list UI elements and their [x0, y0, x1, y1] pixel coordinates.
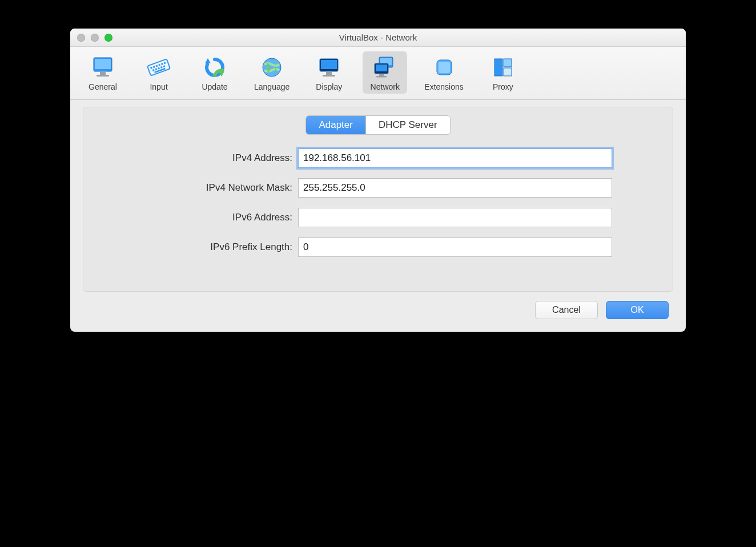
window-controls [70, 34, 112, 42]
svg-rect-3 [96, 75, 109, 77]
tab-dhcp-server[interactable]: DHCP Server [365, 116, 450, 134]
toolbar-label: General [89, 82, 117, 91]
svg-rect-32 [494, 59, 502, 76]
toolbar-label: Network [371, 82, 400, 91]
toolbar-item-extensions[interactable]: Extensions [419, 51, 469, 94]
toolbar-label: Language [254, 82, 289, 91]
ipv6-address-label: IPv6 Address: [144, 212, 292, 223]
toolbar-label: Input [150, 82, 167, 91]
refresh-icon [201, 54, 228, 81]
toolbar-item-language[interactable]: Language [248, 51, 295, 94]
preferences-window: VirtualBox - Network General [70, 29, 686, 332]
toolbar-item-input[interactable]: Input [136, 51, 181, 94]
titlebar: VirtualBox - Network [70, 29, 686, 47]
svg-rect-21 [321, 60, 337, 69]
monitor-icon [89, 54, 116, 81]
window-title: VirtualBox - Network [70, 33, 686, 42]
close-window-button[interactable] [77, 34, 85, 42]
dialog-footer: Cancel OK [83, 292, 673, 319]
keyboard-icon [145, 54, 172, 81]
svg-rect-34 [504, 68, 512, 76]
svg-point-19 [263, 58, 281, 77]
tab-segment: Adapter DHCP Server [96, 115, 660, 135]
svg-rect-33 [504, 59, 512, 67]
ipv6-address-input[interactable] [298, 208, 612, 227]
extensions-icon [431, 54, 458, 81]
svg-rect-23 [323, 75, 335, 77]
toolbar-item-network[interactable]: Network [363, 51, 407, 94]
minimize-window-button[interactable] [91, 34, 99, 42]
ipv4-netmask-input[interactable] [298, 178, 612, 198]
ipv6-prefix-length-input[interactable] [298, 238, 612, 257]
svg-rect-31 [439, 62, 450, 73]
toolbar-label: Display [316, 82, 342, 91]
toolbar-item-update[interactable]: Update [192, 51, 237, 94]
toolbar-item-general[interactable]: General [81, 51, 125, 94]
ok-button[interactable]: OK [606, 301, 669, 319]
ipv4-netmask-label: IPv4 Network Mask: [144, 182, 292, 194]
svg-rect-22 [326, 72, 332, 75]
svg-rect-2 [100, 72, 106, 75]
svg-rect-1 [95, 59, 111, 69]
ipv4-address-input[interactable] [298, 148, 612, 168]
content-area: Adapter DHCP Server IPv4 Address: IPv4 N… [70, 100, 686, 332]
toolbar-item-proxy[interactable]: Proxy [481, 51, 525, 94]
ipv6-prefix-length-label: IPv6 Prefix Length: [144, 242, 292, 253]
toolbar-label: Update [202, 82, 227, 91]
display-icon [315, 54, 343, 81]
ipv4-address-label: IPv4 Address: [144, 152, 292, 164]
network-icon [371, 54, 399, 81]
tab-adapter[interactable]: Adapter [306, 116, 365, 134]
toolbar-label: Extensions [424, 82, 463, 91]
svg-marker-17 [205, 58, 211, 63]
svg-rect-27 [376, 65, 387, 71]
zoom-window-button[interactable] [104, 34, 112, 42]
cancel-button[interactable]: Cancel [535, 301, 598, 319]
preferences-toolbar: General Input [70, 47, 686, 100]
toolbar-item-display[interactable]: Display [307, 51, 351, 94]
svg-rect-29 [376, 76, 387, 78]
globe-icon [258, 54, 285, 81]
network-panel: Adapter DHCP Server IPv4 Address: IPv4 N… [83, 107, 673, 292]
svg-rect-28 [379, 74, 384, 76]
toolbar-label: Proxy [493, 82, 513, 91]
proxy-icon [489, 54, 517, 81]
adapter-form: IPv4 Address: IPv4 Network Mask: IPv6 Ad… [144, 148, 612, 257]
